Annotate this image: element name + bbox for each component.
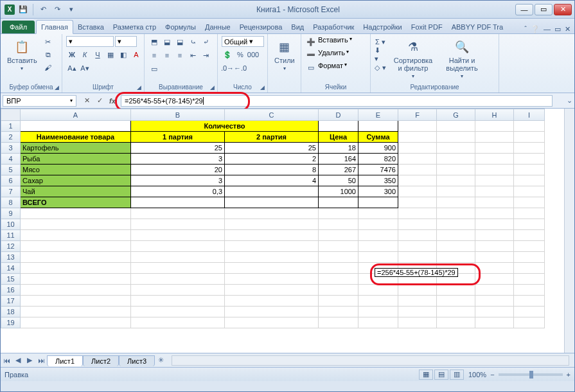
help-icon[interactable]: ❔: [531, 25, 540, 33]
bold-button[interactable]: Ж: [66, 49, 78, 60]
cell-D12[interactable]: [319, 241, 358, 252]
align-top-icon[interactable]: ⬒: [148, 36, 160, 48]
cell-D4[interactable]: 164: [319, 154, 358, 165]
fill-icon[interactable]: ⬇ ▾: [375, 49, 386, 60]
name-box-dropdown-icon[interactable]: ▾: [70, 98, 73, 103]
col-header-A[interactable]: A: [21, 109, 131, 121]
cell-I19[interactable]: [514, 317, 545, 328]
sheet-nav-prev-icon[interactable]: ◀: [12, 355, 24, 366]
cell-B5[interactable]: 20: [131, 165, 225, 175]
cell-H7[interactable]: [475, 186, 514, 197]
cell-I10[interactable]: [514, 219, 545, 230]
row-header-3[interactable]: 3: [1, 143, 21, 154]
cell-C5[interactable]: 8: [225, 165, 319, 175]
cell-C6[interactable]: 4: [225, 175, 319, 186]
cell-E18[interactable]: [358, 307, 398, 317]
doc-close-icon[interactable]: ✕: [565, 25, 571, 33]
cell-B8[interactable]: [131, 197, 225, 208]
number-format-combo[interactable]: Общий▾: [222, 36, 264, 47]
select-all-button[interactable]: [1, 109, 21, 121]
cell-C7[interactable]: [225, 186, 319, 197]
font-launcher-icon[interactable]: ◢: [135, 84, 143, 91]
cell-H2[interactable]: [475, 132, 514, 143]
cell-A18[interactable]: [21, 307, 131, 317]
tab-insert[interactable]: Вставка: [73, 21, 109, 33]
cell-E9[interactable]: [358, 208, 398, 219]
merge-icon[interactable]: ▭: [148, 63, 160, 75]
col-header-E[interactable]: E: [358, 109, 398, 121]
cell-F7[interactable]: [398, 186, 437, 197]
cell-C19[interactable]: [225, 317, 319, 328]
format-painter-icon[interactable]: 🖌: [42, 62, 54, 73]
cell-H19[interactable]: [475, 317, 514, 328]
formula-enter-icon[interactable]: ✓: [94, 95, 105, 107]
cell-F17[interactable]: [398, 296, 437, 307]
currency-icon[interactable]: 💲: [222, 49, 233, 60]
copy-icon[interactable]: ⧉: [42, 49, 54, 60]
row-header-18[interactable]: 18: [1, 307, 21, 317]
number-launcher-icon[interactable]: ◢: [258, 84, 266, 91]
cell-C15[interactable]: [225, 274, 319, 285]
cell-B16[interactable]: [131, 285, 225, 296]
col-header-G[interactable]: G: [437, 109, 475, 121]
cell-B14[interactable]: [131, 263, 225, 274]
cell-E1[interactable]: [358, 121, 398, 132]
cell-C11[interactable]: [225, 230, 319, 241]
cell-D10[interactable]: [319, 219, 358, 230]
cell-H16[interactable]: [475, 285, 514, 296]
italic-button[interactable]: К: [79, 49, 91, 60]
cell-G18[interactable]: [437, 307, 475, 317]
cell-E6[interactable]: 350: [358, 175, 398, 186]
view-normal-icon[interactable]: ▦: [419, 370, 433, 380]
cell-G3[interactable]: [437, 143, 475, 154]
cell-A9[interactable]: [21, 208, 131, 219]
cell-A10[interactable]: [21, 219, 131, 230]
sort-filter-button[interactable]: ⚗ Сортировка и фильтр▾: [389, 36, 438, 82]
formula-cancel-icon[interactable]: ✕: [81, 95, 93, 107]
cell-G5[interactable]: [437, 165, 475, 175]
cell-E3[interactable]: 900: [358, 143, 398, 154]
col-header-B[interactable]: B: [131, 109, 225, 121]
row-header-10[interactable]: 10: [1, 219, 21, 230]
cell-C18[interactable]: [225, 307, 319, 317]
cell-B19[interactable]: [131, 317, 225, 328]
cell-I7[interactable]: [514, 186, 545, 197]
cell-H14[interactable]: [475, 263, 514, 274]
percent-icon[interactable]: %: [234, 49, 246, 60]
cell-D16[interactable]: [319, 285, 358, 296]
indent-dec-icon[interactable]: ⇤: [187, 49, 199, 61]
cell-A5[interactable]: Мясо: [21, 165, 131, 175]
paste-button[interactable]: 📋 Вставить ▾: [4, 36, 40, 74]
clipboard-launcher-icon[interactable]: ◢: [53, 84, 60, 91]
align-left-icon[interactable]: ≡: [148, 49, 160, 61]
tab-layout[interactable]: Разметка стр: [109, 21, 161, 33]
cell-G13[interactable]: [437, 252, 475, 263]
row-header-5[interactable]: 5: [1, 165, 21, 175]
col-header-C[interactable]: C: [225, 109, 319, 121]
cells-delete-button[interactable]: ➖Удалить▾: [305, 49, 349, 60]
underline-button[interactable]: Ч: [92, 49, 103, 60]
cell-H11[interactable]: [475, 230, 514, 241]
cell-B1[interactable]: Количество: [131, 121, 319, 132]
wrap-text-icon[interactable]: ⤶: [200, 36, 211, 48]
cell-B3[interactable]: 25: [131, 143, 225, 154]
zoom-out-icon[interactable]: −: [490, 371, 494, 379]
cell-F12[interactable]: [398, 241, 437, 252]
cell-G4[interactable]: [437, 154, 475, 165]
align-bottom-icon[interactable]: ⬓: [174, 36, 186, 48]
cell-I5[interactable]: [514, 165, 545, 175]
cell-G1[interactable]: [437, 121, 475, 132]
cell-D13[interactable]: [319, 252, 358, 263]
cell-D1[interactable]: [319, 121, 358, 132]
cell-E11[interactable]: [358, 230, 398, 241]
sheet-nav-next-icon[interactable]: ▶: [24, 355, 35, 366]
cell-F11[interactable]: [398, 230, 437, 241]
cell-F1[interactable]: [398, 121, 437, 132]
qat-save-icon[interactable]: 💾: [17, 4, 29, 15]
cell-C14[interactable]: [225, 263, 319, 274]
cell-F5[interactable]: [398, 165, 437, 175]
align-launcher-icon[interactable]: ◢: [208, 84, 216, 91]
cell-I6[interactable]: [514, 175, 545, 186]
fill-color-icon[interactable]: ◧: [118, 49, 129, 60]
cell-F4[interactable]: [398, 154, 437, 165]
